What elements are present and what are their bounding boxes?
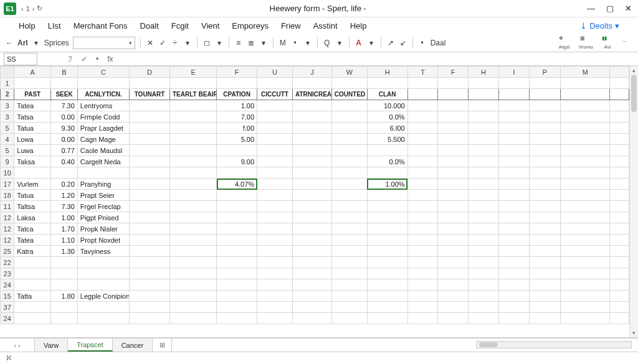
cell[interactable] (367, 313, 407, 324)
cell[interactable] (292, 223, 331, 235)
column-header[interactable]: J (292, 67, 331, 78)
cell[interactable] (561, 167, 610, 179)
cell[interactable] (561, 78, 610, 89)
cell[interactable] (292, 78, 331, 89)
cell[interactable] (331, 313, 367, 324)
cell[interactable] (331, 78, 367, 89)
cell[interactable] (469, 257, 499, 268)
cell[interactable] (438, 235, 469, 246)
cell[interactable] (130, 223, 170, 235)
table-column-header[interactable]: COUNTED (331, 89, 367, 100)
cell[interactable] (469, 111, 499, 123)
cell[interactable]: Pigpt Pnised (77, 212, 129, 223)
cell[interactable]: 1.30 (51, 246, 78, 257)
daal-button[interactable]: Daal (431, 39, 446, 47)
cell[interactable] (217, 167, 257, 179)
cell[interactable] (469, 223, 499, 235)
cell[interactable]: 5.00 (217, 134, 257, 145)
cell[interactable] (130, 156, 170, 167)
italic-icon[interactable]: ℐ (69, 55, 72, 63)
column-header[interactable]: B (51, 67, 78, 78)
cell[interactable] (292, 123, 331, 134)
cell[interactable] (498, 179, 529, 190)
add-sheet-button[interactable]: ⊞ (153, 338, 171, 352)
cell[interactable] (610, 89, 629, 100)
cell[interactable] (610, 268, 629, 279)
cell[interactable] (367, 291, 407, 302)
cell[interactable] (407, 201, 438, 212)
cell[interactable] (331, 268, 367, 279)
nav-redo-icon[interactable]: ↻ (37, 4, 42, 12)
cell[interactable] (77, 78, 129, 89)
cell[interactable] (407, 212, 438, 223)
cell[interactable]: Taksa (14, 156, 51, 167)
scroll-thumb[interactable] (631, 75, 637, 112)
cell[interactable] (292, 100, 331, 111)
cell[interactable] (498, 302, 529, 313)
cell[interactable]: f.00 (217, 123, 257, 134)
cell[interactable] (407, 246, 438, 257)
cell[interactable] (610, 257, 629, 268)
tab-nav[interactable]: ‹ › (0, 338, 35, 352)
cell[interactable] (217, 145, 257, 156)
cell[interactable] (407, 167, 438, 179)
cell[interactable] (438, 134, 469, 145)
cell[interactable] (438, 89, 469, 100)
cell[interactable]: 1.10 (51, 235, 78, 246)
cell[interactable]: Prapr Lasgdet (77, 123, 129, 134)
cell[interactable] (367, 279, 407, 291)
border-icon[interactable]: ◻ (202, 39, 211, 47)
cell[interactable] (498, 268, 529, 279)
cell[interactable] (529, 111, 561, 123)
cell[interactable]: Luwa (14, 145, 51, 156)
cell[interactable]: 1.20 (51, 190, 78, 201)
cell[interactable] (217, 279, 257, 291)
cell[interactable] (367, 201, 407, 212)
cell[interactable] (438, 313, 469, 324)
cell[interactable] (529, 201, 561, 212)
sheet-tab-trapscet[interactable]: Trapscet (68, 338, 112, 352)
cell[interactable] (130, 291, 170, 302)
cell[interactable] (610, 100, 629, 111)
row-header[interactable]: 15 (1, 291, 14, 302)
cell[interactable] (438, 78, 469, 89)
cell[interactable] (130, 279, 170, 291)
cell[interactable] (77, 268, 129, 279)
cell[interactable] (292, 190, 331, 201)
cell[interactable] (367, 268, 407, 279)
cell[interactable] (257, 201, 293, 212)
cell[interactable] (292, 279, 331, 291)
cancel-x-icon[interactable]: ✕ (146, 39, 155, 47)
cell[interactable] (257, 235, 293, 246)
cell[interactable]: 0.00 (51, 111, 78, 123)
cell[interactable] (257, 212, 293, 223)
cell[interactable] (217, 313, 257, 324)
cell[interactable] (292, 268, 331, 279)
cell[interactable] (610, 123, 629, 134)
name-box[interactable]: SS (4, 53, 37, 65)
chevron-down-icon[interactable]: ▾ (335, 39, 344, 47)
cell[interactable]: Caole Maudsl (77, 145, 129, 156)
row-header[interactable]: 4 (1, 134, 14, 145)
cell[interactable] (217, 257, 257, 268)
chevron-down-icon[interactable]: ▾ (303, 39, 312, 47)
cell[interactable] (469, 212, 499, 223)
cell[interactable] (257, 100, 293, 111)
cell[interactable] (438, 179, 469, 190)
cell[interactable] (170, 201, 217, 212)
sheet-tab-cancer[interactable]: Cancer (113, 338, 153, 352)
cell[interactable] (529, 123, 561, 134)
check-icon[interactable]: ✓ (158, 39, 167, 47)
cell[interactable] (498, 235, 529, 246)
cell[interactable]: 0.00 (51, 134, 78, 145)
cell[interactable] (610, 313, 629, 324)
column-header[interactable]: P (529, 67, 561, 78)
cell[interactable] (217, 235, 257, 246)
cell[interactable] (610, 302, 629, 313)
cell[interactable] (331, 134, 367, 145)
cell[interactable] (469, 246, 499, 257)
cell[interactable] (498, 190, 529, 201)
row-header[interactable]: 2 (1, 89, 14, 100)
cell[interactable] (561, 123, 610, 134)
cell[interactable] (610, 246, 629, 257)
